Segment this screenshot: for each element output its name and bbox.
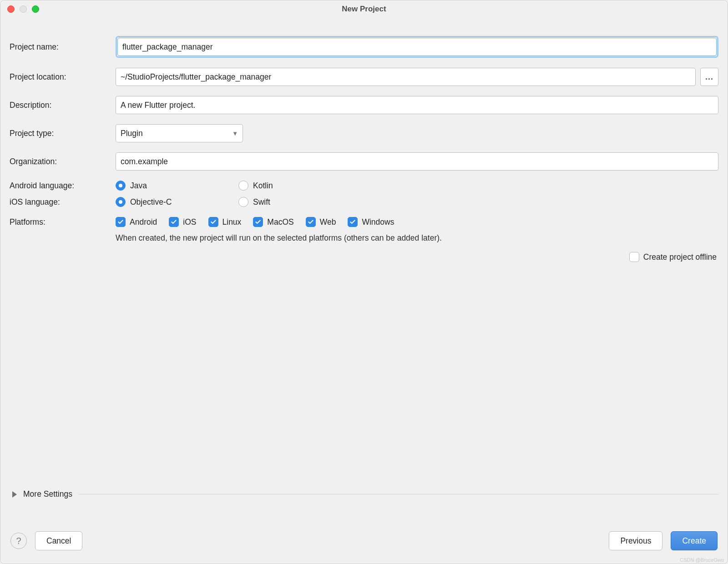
project-name-field-wrap bbox=[116, 36, 718, 58]
button-label: Previous bbox=[620, 536, 651, 546]
checkbox-on-icon bbox=[253, 217, 263, 227]
checkbox-on-icon bbox=[208, 217, 218, 227]
organization-label: Organization: bbox=[10, 157, 116, 166]
help-button[interactable]: ? bbox=[10, 533, 27, 549]
checkbox-label: Windows bbox=[362, 217, 394, 227]
description-label: Description: bbox=[10, 101, 116, 110]
watermark: CSDN @BruceGwo bbox=[680, 557, 724, 563]
android-language-kotlin-radio[interactable]: Kotlin bbox=[238, 181, 273, 191]
checkbox-off-icon bbox=[629, 252, 639, 262]
project-name-label: Project name: bbox=[10, 42, 116, 52]
chevron-down-icon: ▼ bbox=[232, 130, 238, 137]
radio-label: Kotlin bbox=[253, 181, 273, 191]
android-language-label: Android language: bbox=[10, 181, 116, 191]
description-input[interactable] bbox=[116, 96, 718, 114]
platform-ios-checkbox[interactable]: iOS bbox=[169, 217, 196, 227]
checkbox-on-icon bbox=[169, 217, 179, 227]
create-offline-checkbox[interactable]: Create project offline bbox=[629, 252, 717, 262]
titlebar: New Project bbox=[0, 0, 728, 18]
cancel-button[interactable]: Cancel bbox=[35, 531, 82, 550]
button-label: Cancel bbox=[46, 536, 71, 546]
checkbox-label: Create project offline bbox=[643, 252, 717, 262]
project-type-select[interactable]: Plugin ▼ bbox=[116, 124, 243, 142]
checkbox-label: MacOS bbox=[267, 217, 293, 227]
checkbox-on-icon bbox=[116, 217, 126, 227]
more-settings-label: More Settings bbox=[23, 489, 72, 499]
triangle-right-icon bbox=[12, 491, 17, 498]
radio-on-icon bbox=[116, 197, 126, 207]
platform-windows-checkbox[interactable]: Windows bbox=[348, 217, 394, 227]
checkbox-label: Linux bbox=[222, 217, 242, 227]
project-location-label: Project location: bbox=[10, 72, 116, 82]
radio-on-icon bbox=[116, 181, 126, 191]
radio-label: Objective-C bbox=[130, 197, 172, 207]
question-icon: ? bbox=[16, 536, 21, 546]
checkbox-label: Android bbox=[130, 217, 157, 227]
platforms-group: Android iOS Linux MacOS Web bbox=[116, 217, 718, 227]
ios-language-objc-radio[interactable]: Objective-C bbox=[116, 197, 238, 207]
radio-label: Java bbox=[130, 181, 147, 191]
platform-linux-checkbox[interactable]: Linux bbox=[208, 217, 242, 227]
button-label: Create bbox=[682, 536, 706, 546]
browse-button[interactable]: ... bbox=[700, 68, 718, 86]
ios-language-swift-radio[interactable]: Swift bbox=[238, 197, 270, 207]
window-title: New Project bbox=[0, 5, 728, 14]
platforms-hint: When created, the new project will run o… bbox=[116, 233, 718, 243]
platform-macos-checkbox[interactable]: MacOS bbox=[253, 217, 293, 227]
organization-input[interactable] bbox=[116, 152, 718, 171]
platform-web-checkbox[interactable]: Web bbox=[306, 217, 336, 227]
platforms-label: Platforms: bbox=[10, 217, 116, 227]
dialog-footer: ? Cancel Previous Create bbox=[0, 518, 728, 564]
android-language-java-radio[interactable]: Java bbox=[116, 181, 238, 191]
project-location-input[interactable] bbox=[116, 68, 696, 86]
form-content: Project name: Project location: ... Desc… bbox=[0, 18, 728, 564]
checkbox-on-icon bbox=[348, 217, 358, 227]
dialog-window: New Project Project name: Project locati… bbox=[0, 0, 728, 564]
radio-off-icon bbox=[238, 197, 248, 207]
project-type-value: Plugin bbox=[121, 129, 143, 138]
platform-android-checkbox[interactable]: Android bbox=[116, 217, 157, 227]
project-type-label: Project type: bbox=[10, 129, 116, 138]
project-name-input[interactable] bbox=[117, 38, 717, 56]
more-settings-toggle[interactable]: More Settings bbox=[10, 489, 718, 499]
checkbox-on-icon bbox=[306, 217, 316, 227]
ellipsis-icon: ... bbox=[705, 72, 713, 82]
create-button[interactable]: Create bbox=[671, 531, 718, 550]
checkbox-label: iOS bbox=[183, 217, 196, 227]
radio-off-icon bbox=[238, 181, 248, 191]
previous-button[interactable]: Previous bbox=[609, 531, 662, 550]
divider bbox=[79, 494, 718, 494]
checkbox-label: Web bbox=[320, 217, 336, 227]
ios-language-label: iOS language: bbox=[10, 197, 116, 207]
radio-label: Swift bbox=[253, 197, 270, 207]
